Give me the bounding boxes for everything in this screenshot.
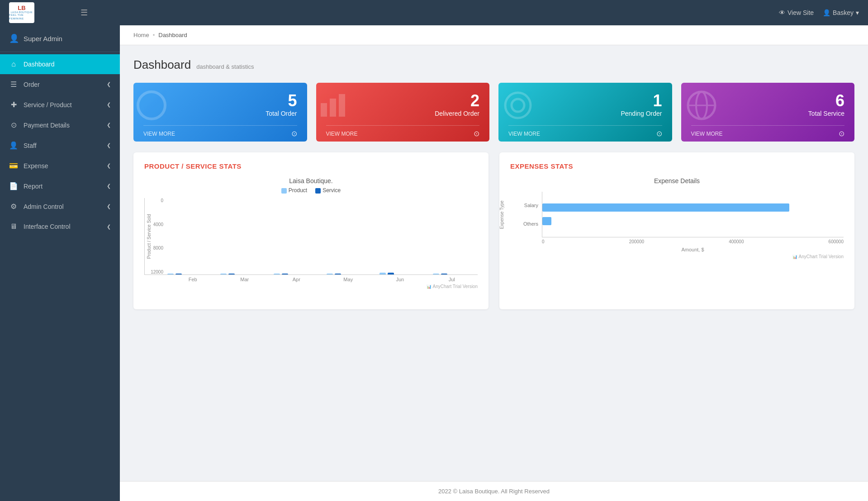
footer-text: 2022 © Laisa Boutique. All Right Reserve… xyxy=(438,488,550,495)
sidebar-item-expense[interactable]: 💳 Expense ❮ xyxy=(0,156,120,176)
sidebar-user-label: Super Admin xyxy=(24,35,62,43)
service-bar-May xyxy=(335,274,341,274)
product-bar-Apr xyxy=(274,274,280,274)
sidebar-item-dashboard[interactable]: ⌂ Dashboard xyxy=(0,54,120,74)
hbar-rows xyxy=(542,196,844,232)
sidebar-item-interface-control[interactable]: 🖥 Interface Control ❮ xyxy=(0,217,120,236)
total-order-view-more-label: VIEW MORE xyxy=(143,131,175,137)
hbar-y-axis-label: Expense Type xyxy=(499,200,504,229)
chevron-down-icon: ▾ xyxy=(856,9,859,16)
stat-cards: 5 Total Order VIEW MORE ⊙ 2 Delivered Or… xyxy=(133,83,854,142)
product-service-chart-title: PRODUCT / SERVICE STATS xyxy=(144,162,478,170)
sidebar: 👤 Super Admin ⌂ Dashboard ☰ Order ❮ ✚ Se… xyxy=(0,25,120,501)
eye-icon: 👁 xyxy=(779,9,785,16)
svg-point-5 xyxy=(512,99,524,112)
sidebar-item-report[interactable]: 📄 Report ❮ xyxy=(0,176,120,196)
total-service-view-more[interactable]: VIEW MORE ⊙ xyxy=(691,125,845,142)
product-bar-Jun xyxy=(379,273,386,274)
chevron-right-icon: ❮ xyxy=(107,81,111,87)
sidebar-item-payment-details[interactable]: ⊙ Payment Details ❮ xyxy=(0,115,120,135)
staff-icon: 👤 xyxy=(9,141,18,150)
svg-rect-1 xyxy=(321,103,327,117)
logo-tagline: FEEL THE FEMININE xyxy=(9,14,34,20)
stat-card-pending-order: 1 Pending Order VIEW MORE ⊙ xyxy=(498,83,672,142)
hbar-y-labels: Salary Others xyxy=(510,192,542,237)
charts-row: PRODUCT / SERVICE STATS Laisa Boutique. … xyxy=(133,152,854,309)
hamburger-icon[interactable]: ☰ xyxy=(39,8,129,18)
logo-area: LB LAISA BOUTIQUE FEEL THE FEMININE ☰ xyxy=(9,2,129,23)
hbar-title: Expense Details xyxy=(510,177,844,184)
sidebar-item-label: Order xyxy=(24,81,40,88)
order-icon: ☰ xyxy=(9,80,18,89)
hbar-x-labels: 0 200000 400000 600000 xyxy=(510,239,844,244)
sidebar-item-label: Report xyxy=(24,183,43,190)
sidebar-item-staff[interactable]: 👤 Staff ❮ xyxy=(0,135,120,156)
page-subtitle: dashboard & statistics xyxy=(196,63,254,70)
stat-card-delivered-order: 2 Delivered Order VIEW MORE ⊙ xyxy=(316,83,490,142)
delivered-order-view-more[interactable]: VIEW MORE ⊙ xyxy=(326,125,480,142)
service-legend: Service xyxy=(315,187,341,194)
user-label: Baskey xyxy=(833,9,854,16)
chevron-right-icon: ❮ xyxy=(107,183,111,189)
stat-card-total-order: 5 Total Order VIEW MORE ⊙ xyxy=(133,83,307,142)
product-legend: Product xyxy=(281,187,307,194)
bar-group-Jun xyxy=(379,273,424,274)
breadcrumb-home[interactable]: Home xyxy=(133,32,149,38)
y-axis-label: Product / Service Sold xyxy=(147,214,152,259)
hbar-chart-wrap: Expense Details Expense Type Salary Othe… xyxy=(510,177,844,299)
page-title: Dashboard xyxy=(133,58,191,72)
service-bar-Jul xyxy=(441,274,447,274)
stat-card-total-service: 6 Total Service VIEW MORE ⊙ xyxy=(681,83,855,142)
x-label-May: May xyxy=(323,277,375,282)
hbar-watermark: 📊 AnyChart Trial Version xyxy=(510,254,844,259)
expenses-chart-title: EXPENSES STATS xyxy=(510,162,844,170)
interface-control-icon: 🖥 xyxy=(9,222,18,231)
sidebar-user: 👤 Super Admin xyxy=(0,25,120,52)
hbar-x-axis-label: Amount, $ xyxy=(510,247,844,252)
sidebar-item-order[interactable]: ☰ Order ❮ xyxy=(0,74,120,95)
page-title-row: Dashboard dashboard & statistics xyxy=(133,58,854,72)
breadcrumb: Home • Dashboard xyxy=(120,25,868,45)
logo-initials: LB xyxy=(18,5,25,11)
sidebar-item-label: Service / Product xyxy=(24,101,72,109)
sidebar-user-icon: 👤 xyxy=(9,33,19,43)
view-site-label: View Site xyxy=(787,9,814,16)
user-menu-button[interactable]: 👤 Baskey ▾ xyxy=(823,9,859,16)
total-order-view-more[interactable]: VIEW MORE ⊙ xyxy=(143,125,297,142)
service-product-icon: ✚ xyxy=(9,100,18,109)
bar-chart-area: 12000800040000 Product / Service Sold xyxy=(144,198,478,275)
bar-chart-watermark: 📊 AnyChart Trial Version xyxy=(144,284,478,289)
hbar-row-others xyxy=(542,214,844,228)
sidebar-nav: ⌂ Dashboard ☰ Order ❮ ✚ Service / Produc… xyxy=(0,54,120,236)
user-icon: 👤 xyxy=(823,9,830,16)
expenses-chart-card: EXPENSES STATS Expense Details Expense T… xyxy=(499,152,854,309)
service-bar-Apr xyxy=(282,274,288,274)
bar-chart-legend: Product Service xyxy=(144,187,478,194)
report-icon: 📄 xyxy=(9,182,18,190)
pending-order-view-more[interactable]: VIEW MORE ⊙ xyxy=(508,125,662,142)
breadcrumb-sep: • xyxy=(153,32,155,38)
product-bar-Jul xyxy=(433,274,439,274)
bar-chart-title: Laisa Boutique. xyxy=(144,177,478,184)
product-bar-Feb xyxy=(167,274,174,274)
svg-point-4 xyxy=(505,93,531,118)
x-labels: FebMarAprMayJunJul xyxy=(144,277,478,282)
delivered-order-view-more-label: VIEW MORE xyxy=(326,131,358,137)
arrow-circle-right-icon: ⊙ xyxy=(839,129,844,138)
sidebar-item-label: Interface Control xyxy=(24,223,71,230)
app-body: 👤 Super Admin ⌂ Dashboard ☰ Order ❮ ✚ Se… xyxy=(0,25,868,501)
salary-bar xyxy=(542,203,789,212)
x-label-Apr: Apr xyxy=(270,277,323,282)
view-site-button[interactable]: 👁 View Site xyxy=(779,9,814,16)
service-bar-Feb xyxy=(175,274,182,274)
bar-chart-wrap: Laisa Boutique. Product Service 12000800… xyxy=(144,177,478,299)
main-content: Home • Dashboard Dashboard dashboard & s… xyxy=(120,25,868,501)
sidebar-item-service-product[interactable]: ✚ Service / Product ❮ xyxy=(0,95,120,115)
content-area: Dashboard dashboard & statistics 5 Total… xyxy=(120,45,868,481)
sidebar-item-label: Dashboard xyxy=(24,61,55,68)
topnav: LB LAISA BOUTIQUE FEEL THE FEMININE ☰ 👁 … xyxy=(0,0,868,25)
sidebar-item-admin-control[interactable]: ⚙ Admin Control ❮ xyxy=(0,196,120,217)
x-label-Feb: Feb xyxy=(167,277,219,282)
arrow-circle-right-icon: ⊙ xyxy=(656,129,662,138)
hbar-row-salary xyxy=(542,201,844,214)
